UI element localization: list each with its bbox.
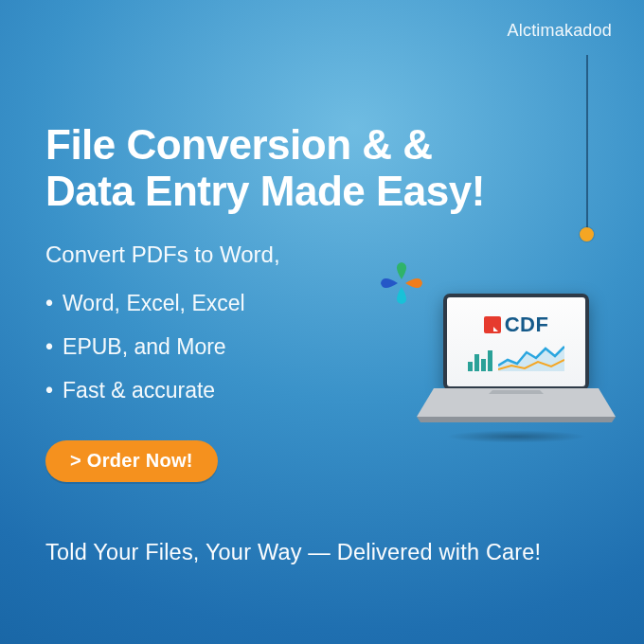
bar-chart-icon: [468, 350, 492, 371]
svg-marker-2: [489, 390, 544, 394]
laptop-base: [417, 388, 616, 428]
hero-title: File Conversion & & Data Entry Made Easy…: [45, 121, 485, 215]
svg-marker-1: [417, 417, 616, 422]
laptop-logo: CDF: [484, 313, 549, 337]
laptop-chart-row: [468, 343, 564, 371]
laptop-logo-text: CDF: [505, 313, 549, 337]
accent-vertical-line: [586, 55, 588, 230]
order-now-button[interactable]: > Order Now!: [45, 440, 218, 482]
sparkline-icon: [498, 343, 564, 371]
laptop-illustration: CDF: [417, 294, 616, 445]
pdf-badge-icon: [484, 316, 501, 333]
brand-label: Alctimakadod: [508, 21, 612, 41]
tagline: Told Your Files, Your Way — Delivered wi…: [45, 540, 541, 565]
accent-dot: [580, 227, 594, 242]
laptop-screen: CDF: [443, 294, 589, 390]
hero-title-line1: File Conversion & &: [45, 121, 433, 168]
laptop-shadow: [417, 428, 616, 446]
hero-title-line2: Data Entry Made Easy!: [45, 168, 485, 214]
